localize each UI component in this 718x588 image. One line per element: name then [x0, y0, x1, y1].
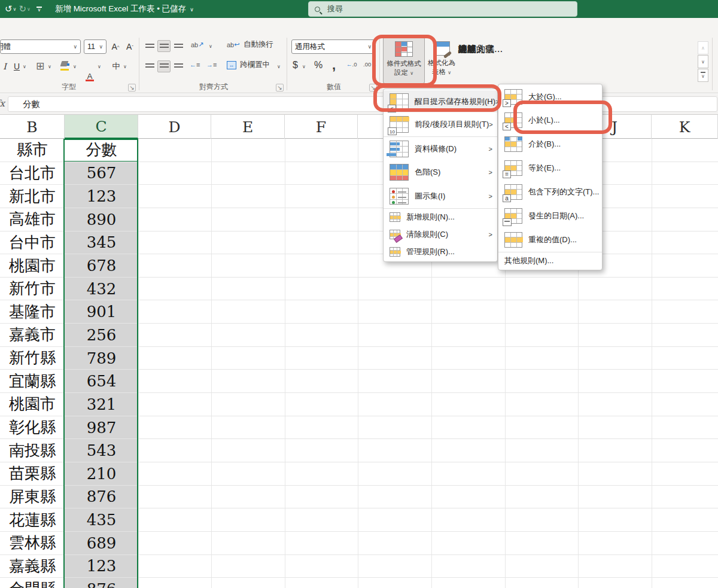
style-swatch[interactable]: 說明文字: [454, 42, 512, 56]
cell-county[interactable]: 花蓮縣: [0, 508, 65, 531]
submenu-item[interactable]: 小於(L)... >: [498, 108, 602, 132]
submenu-item[interactable]: 等於(E)... >: [498, 156, 602, 180]
fx-icon[interactable]: fx: [0, 98, 5, 109]
cell-county[interactable]: 彰化縣: [0, 416, 65, 439]
align-left-icon[interactable]: [143, 60, 156, 72]
font-size-combo[interactable]: 11∨: [84, 39, 107, 54]
cell-county[interactable]: 台中市: [0, 231, 65, 254]
cell-county[interactable]: 屏東縣: [0, 486, 65, 508]
menu-item[interactable]: 資料橫條(D) >: [384, 136, 497, 160]
redo-icon[interactable]: ↻∨: [19, 4, 30, 14]
fill-color-icon[interactable]: [60, 60, 69, 71]
phonetic-guide-icon[interactable]: 中: [111, 60, 121, 73]
align-bottom-icon[interactable]: [172, 40, 185, 52]
formula-bar-input[interactable]: 分數: [8, 96, 717, 112]
customize-toolbar-icon[interactable]: ∨: [36, 7, 42, 11]
align-top-icon[interactable]: [143, 40, 156, 52]
gallery-scroll-down-icon[interactable]: ∨: [698, 55, 708, 68]
number-dialog-launcher[interactable]: ↘: [369, 84, 377, 92]
search-box[interactable]: 搜尋: [308, 1, 577, 17]
number-format-combo[interactable]: 通用格式∨: [291, 39, 375, 54]
merge-center-icon[interactable]: ↔: [227, 61, 236, 69]
font-color-icon[interactable]: A: [85, 71, 95, 81]
menu-item[interactable]: 醒目提示儲存格規則(H) >: [384, 90, 497, 112]
decrease-decimal-icon[interactable]: .00→: [363, 61, 377, 68]
ribbon-tab[interactable]: [28, 18, 45, 36]
menu-item[interactable]: 圖示集(I) >: [384, 184, 497, 208]
column-header-B[interactable]: B: [0, 115, 65, 139]
menu-item[interactable]: 前段/後段項目規則(T) >: [384, 112, 497, 136]
comma-style-icon[interactable]: ,: [332, 57, 336, 73]
cell-score[interactable]: 123: [65, 555, 138, 578]
column-header-E[interactable]: E: [211, 115, 285, 139]
align-center-icon[interactable]: [157, 60, 171, 72]
wrap-text-icon[interactable]: ab↩: [227, 41, 239, 48]
submenu-item[interactable]: 包含下列的文字(T)... >: [498, 180, 602, 204]
font-name-combo[interactable]: 新細明體∨: [0, 39, 81, 54]
gallery-scroll-up-icon[interactable]: ∧: [698, 41, 708, 54]
cell-county[interactable]: 金門縣: [0, 578, 65, 588]
orientation-icon[interactable]: ab↗: [191, 41, 203, 48]
cell-county[interactable]: 苗栗縣: [0, 462, 65, 485]
cell-score[interactable]: 876: [65, 486, 138, 508]
font-dialog-launcher[interactable]: ↘: [128, 84, 136, 92]
align-middle-icon[interactable]: [157, 40, 171, 52]
align-right-icon[interactable]: [172, 60, 185, 72]
cell-county[interactable]: 新竹市: [0, 278, 65, 300]
currency-icon[interactable]: $: [293, 60, 298, 71]
alignment-dialog-launcher[interactable]: ↘: [276, 84, 284, 92]
cell-score[interactable]: 567: [65, 162, 138, 185]
submenu-item[interactable]: 大於(G)... >: [498, 86, 602, 108]
cell-score[interactable]: 543: [65, 439, 138, 462]
ribbon-tab[interactable]: [95, 18, 112, 36]
submenu-item[interactable]: 重複的值(D)... >: [498, 228, 602, 252]
cell-county[interactable]: 新北市: [0, 185, 65, 208]
increase-decimal-icon[interactable]: ←.0: [346, 61, 357, 68]
cell-county[interactable]: 雲林縣: [0, 532, 65, 555]
ribbon-tab[interactable]: [11, 18, 28, 36]
underline-dropdown-icon[interactable]: ∨: [23, 64, 26, 69]
cell-score[interactable]: 分數: [65, 139, 138, 162]
cell-county[interactable]: 嘉義縣: [0, 555, 65, 578]
cell-county[interactable]: 桃園市: [0, 254, 65, 277]
cell-score[interactable]: 678: [65, 254, 138, 277]
ribbon-tab[interactable]: [3, 18, 11, 36]
currency-dropdown-icon[interactable]: ∨: [302, 64, 306, 69]
cell-score[interactable]: 345: [65, 231, 138, 254]
borders-dropdown-icon[interactable]: ∨: [48, 64, 51, 69]
conditional-formatting-button[interactable]: 條件式格式 設定 ∨: [383, 37, 425, 84]
shrink-font-icon[interactable]: Aˇ: [123, 39, 136, 54]
cell-score[interactable]: 432: [65, 278, 138, 300]
underline-button[interactable]: U: [12, 60, 22, 73]
merge-center-label[interactable]: 跨欄置中: [240, 60, 270, 70]
fill-color-dropdown-icon[interactable]: ∨: [73, 64, 77, 69]
submenu-item[interactable]: 發生的日期(A)... >: [498, 204, 602, 228]
cell-score[interactable]: 435: [65, 508, 138, 531]
document-title[interactable]: 新增 Microsoft Excel 工作表 • 已儲存∨: [55, 4, 194, 14]
cell-score[interactable]: 123: [65, 185, 138, 208]
menu-item[interactable]: 清除規則(C) >: [384, 226, 497, 243]
cell-score[interactable]: 901: [65, 300, 138, 323]
ribbon-tab[interactable]: [45, 18, 62, 36]
percent-icon[interactable]: %: [314, 60, 323, 71]
menu-item[interactable]: 管理規則(R)... >: [384, 243, 497, 260]
undo-icon[interactable]: ↺∨: [5, 4, 16, 14]
cell-county[interactable]: 嘉義市: [0, 324, 65, 346]
wrap-text-label[interactable]: 自動換行: [244, 39, 273, 50]
cell-county[interactable]: 宜蘭縣: [0, 370, 65, 392]
column-header-C[interactable]: C: [65, 115, 138, 139]
orientation-dropdown-icon[interactable]: ∨: [209, 44, 212, 49]
cell-score[interactable]: 689: [65, 532, 138, 555]
font-color-dropdown-icon[interactable]: ∨: [98, 64, 101, 69]
ribbon-tab[interactable]: [62, 18, 78, 36]
decrease-indent-icon[interactable]: ←≡: [190, 61, 200, 68]
cell-county[interactable]: 南投縣: [0, 439, 65, 462]
menu-item[interactable]: 新增規則(N)... >: [384, 208, 497, 226]
italic-button[interactable]: I: [0, 60, 10, 73]
submenu-item[interactable]: 介於(B)... >: [498, 132, 602, 156]
column-header-K[interactable]: K: [652, 115, 718, 139]
grow-font-icon[interactable]: A^: [109, 39, 122, 54]
cell-county[interactable]: 台北市: [0, 162, 65, 185]
cell-county[interactable]: 新竹縣: [0, 347, 65, 370]
merge-center-dropdown-icon[interactable]: ∨: [277, 64, 281, 69]
